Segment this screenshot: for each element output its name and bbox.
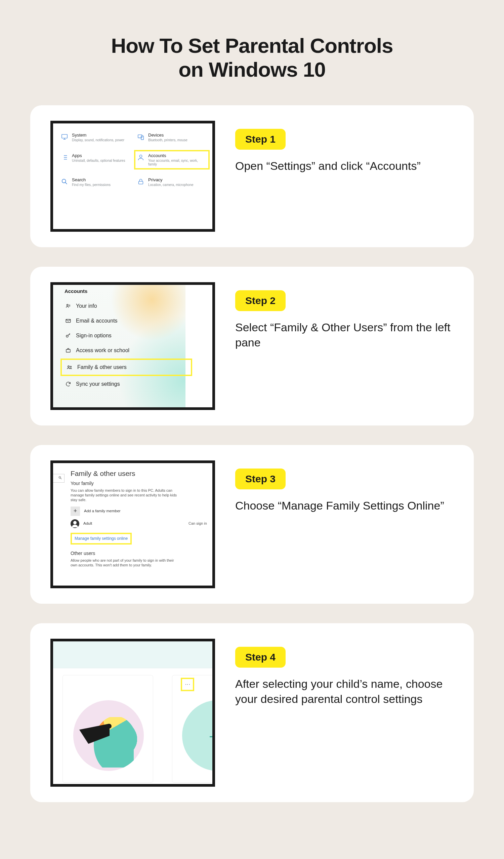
person-card-icon: [65, 303, 71, 309]
add-family-label: Add a family member: [84, 509, 121, 513]
title-line-2: on Windows 10: [178, 58, 326, 81]
step-text: Open “Settings” and click “Accounts”: [235, 159, 454, 174]
instruction-col: Step 3 Choose “Manage Family Settings On…: [235, 461, 454, 514]
tile-subtitle: Your accounts, email, sync, work, family: [148, 159, 205, 166]
monitor-icon: [61, 133, 68, 141]
svg-rect-0: [62, 134, 67, 138]
sidebar-item-signin[interactable]: Sign-in options: [58, 328, 212, 343]
step-badge: Step 4: [235, 647, 286, 668]
settings-tile-search[interactable]: Search Find my files, permissions: [61, 178, 131, 187]
screenshot-family-other-users: 🔍︎ Family & other users Your family You …: [50, 461, 215, 588]
tile-title: System: [72, 133, 124, 138]
tile-title: Devices: [148, 133, 188, 138]
settings-tile-system[interactable]: System Display, sound, notifications, po…: [61, 133, 131, 142]
person-icon: [137, 153, 145, 162]
tile-subtitle: Display, sound, notifications, power: [72, 138, 124, 142]
svg-rect-9: [66, 349, 70, 352]
tile-title: Search: [72, 178, 111, 182]
sidebar-label: Sync your settings: [76, 381, 120, 387]
infographic-page: How To Set Parental Controls on Windows …: [0, 0, 504, 859]
sidebar-item-your-info[interactable]: Your info: [58, 299, 212, 314]
settings-tile-privacy[interactable]: Privacy Location, camera, microphone: [137, 178, 207, 187]
title-line-1: How To Set Parental Controls: [111, 34, 393, 57]
search-box-icon[interactable]: 🔍︎: [51, 474, 64, 483]
sync-icon: [65, 381, 71, 387]
step-badge: Step 3: [235, 468, 286, 489]
manage-family-settings-link[interactable]: Manage family settings online: [70, 533, 132, 544]
tile-title: Privacy: [148, 178, 193, 182]
sidebar-header: Accounts: [64, 288, 212, 294]
kebab-menu-highlight: ⋮: [181, 678, 194, 691]
step-card-4: ⋮ + Step 4 After selecting your child’s …: [30, 623, 474, 802]
your-family-description: You can allow family members to sign in …: [70, 488, 182, 502]
sidebar-item-email[interactable]: Email & accounts: [58, 314, 212, 328]
step-badge: Step 2: [235, 290, 286, 311]
step-badge: Step 1: [235, 129, 286, 150]
sidebar-item-family-users[interactable]: Family & other users: [62, 360, 191, 375]
step-text: Choose “Manage Family Settings Online”: [235, 498, 454, 514]
people-icon: [66, 364, 73, 370]
key-icon: [65, 333, 71, 339]
plus-icon[interactable]: +: [208, 732, 215, 742]
header-bar: [53, 642, 212, 668]
briefcase-icon: [65, 347, 71, 353]
sidebar-item-work-school[interactable]: Access work or school: [58, 343, 212, 358]
svg-rect-5: [139, 181, 143, 184]
sidebar-label: Sign-in options: [76, 333, 112, 339]
accounts-tile-highlight: Accounts Your accounts, email, sync, wor…: [134, 150, 210, 169]
svg-point-4: [62, 179, 66, 183]
your-family-heading: Your family: [70, 481, 207, 487]
tile-title: Apps: [72, 153, 125, 158]
screenshot-col: Accounts Your info Email & accounts Sign…: [50, 282, 215, 410]
plus-icon: +: [70, 507, 80, 516]
tile-subtitle: Find my files, permissions: [72, 183, 111, 187]
tile-title: Accounts: [148, 153, 205, 158]
family-member-row[interactable]: Adult Can sign in: [70, 519, 207, 528]
screenshot-accounts-sidebar: Accounts Your info Email & accounts Sign…: [50, 282, 215, 410]
tile-subtitle: Uninstall, defaults, optional features: [72, 159, 125, 163]
lock-icon: [137, 178, 145, 186]
sidebar-label: Email & accounts: [76, 318, 117, 324]
member-status: Can sign in: [189, 521, 207, 526]
svg-point-10: [68, 366, 69, 367]
screenshot-col: 🔍︎ Family & other users Your family You …: [50, 461, 215, 588]
screenshot-col: ⋮ +: [50, 639, 215, 787]
step-card-2: Accounts Your info Email & accounts Sign…: [30, 267, 474, 425]
settings-tile-devices[interactable]: Devices Bluetooth, printers, mouse: [137, 133, 207, 142]
sidebar-label: Family & other users: [77, 364, 127, 370]
page-title: How To Set Parental Controls on Windows …: [30, 34, 474, 82]
svg-point-11: [70, 366, 72, 367]
avatar-icon: [70, 519, 79, 528]
step-card-3: 🔍︎ Family & other users Your family You …: [30, 445, 474, 604]
other-users-heading: Other users: [70, 551, 207, 557]
family-users-highlight: Family & other users: [61, 359, 192, 376]
settings-tile-apps[interactable]: Apps Uninstall, defaults, optional featu…: [61, 153, 131, 166]
toucan-eye: [107, 724, 112, 728]
list-icon: [61, 153, 68, 162]
mail-icon: [65, 318, 71, 324]
step-text: After selecting your child’s name, choos…: [235, 676, 454, 707]
tile-subtitle: Bluetooth, printers, mouse: [148, 138, 188, 142]
child-avatar[interactable]: [73, 700, 144, 771]
svg-point-3: [139, 155, 142, 157]
svg-point-8: [66, 335, 68, 337]
instruction-col: Step 1 Open “Settings” and click “Accoun…: [235, 121, 454, 174]
screenshot-col: System Display, sound, notifications, po…: [50, 121, 215, 232]
sidebar-label: Your info: [76, 303, 97, 309]
search-icon: [61, 178, 68, 186]
kebab-icon[interactable]: ⋮: [185, 682, 191, 687]
pane-heading: Family & other users: [70, 469, 207, 478]
settings-tile-accounts[interactable]: Accounts Your accounts, email, sync, wor…: [137, 153, 207, 166]
svg-point-6: [67, 304, 68, 306]
add-family-member-row[interactable]: + Add a family member: [70, 507, 207, 516]
sidebar-label: Access work or school: [76, 347, 129, 353]
toucan-illustration: [93, 717, 134, 768]
step-text: Select “Family & Other Users” from the l…: [235, 320, 454, 351]
instruction-col: Step 2 Select “Family & Other Users” fro…: [235, 282, 454, 351]
other-users-description: Allow people who are not part of your fa…: [70, 558, 182, 568]
instruction-col: Step 4 After selecting your child’s name…: [235, 639, 454, 707]
screenshot-settings-home: System Display, sound, notifications, po…: [50, 121, 215, 232]
screenshot-family-dashboard: ⋮ +: [50, 639, 215, 787]
sidebar-item-sync[interactable]: Sync your settings: [58, 377, 212, 392]
svg-rect-1: [138, 135, 142, 138]
